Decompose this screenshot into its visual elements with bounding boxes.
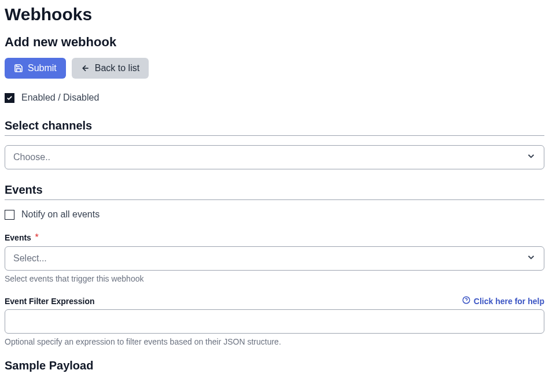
enabled-checkbox[interactable] bbox=[5, 93, 14, 103]
back-button-label: Back to list bbox=[95, 63, 139, 73]
filter-help-link[interactable]: Click here for help bbox=[462, 296, 544, 306]
events-heading: Events bbox=[5, 183, 544, 200]
button-row: Submit Back to list bbox=[5, 58, 544, 79]
channels-heading: Select channels bbox=[5, 119, 544, 136]
page-title: Webhooks bbox=[5, 5, 544, 24]
events-select[interactable]: Select... bbox=[5, 246, 544, 271]
submit-button[interactable]: Submit bbox=[5, 58, 66, 79]
enabled-row: Enabled / Disabled bbox=[5, 93, 544, 103]
sample-payload-heading: Sample Payload bbox=[5, 359, 544, 375]
arrow-left-icon bbox=[81, 64, 90, 73]
save-icon bbox=[14, 64, 23, 73]
channels-select-wrapper: Choose.. bbox=[5, 145, 544, 169]
notify-all-checkbox[interactable] bbox=[5, 210, 14, 220]
submit-button-label: Submit bbox=[28, 63, 57, 73]
filter-field: Event Filter Expression Click here for h… bbox=[5, 296, 544, 346]
events-field: Events * Select... Select events that tr… bbox=[5, 232, 544, 283]
events-field-label: Events bbox=[5, 233, 31, 242]
filter-label: Event Filter Expression bbox=[5, 297, 95, 306]
channels-select[interactable]: Choose.. bbox=[5, 145, 544, 169]
filter-help-link-text: Click here for help bbox=[474, 297, 544, 306]
form-heading: Add new webhook bbox=[5, 35, 544, 50]
filter-help-text: Optional specify an expression to filter… bbox=[5, 337, 544, 346]
notify-all-label: Notify on all events bbox=[21, 209, 100, 220]
filter-input[interactable] bbox=[5, 309, 544, 334]
events-help-text: Select events that trigger this webhook bbox=[5, 274, 544, 283]
required-indicator: * bbox=[35, 232, 38, 242]
enabled-label: Enabled / Disabled bbox=[21, 93, 99, 103]
back-button[interactable]: Back to list bbox=[72, 58, 149, 79]
notify-all-row: Notify on all events bbox=[5, 209, 544, 220]
question-icon bbox=[462, 296, 470, 306]
